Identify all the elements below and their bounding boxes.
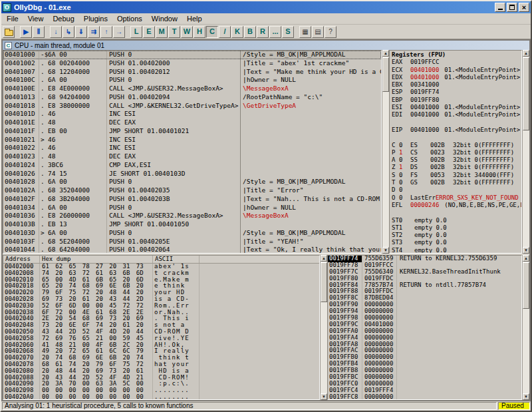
- stack-row[interactable]: 0019FFA400000000: [328, 335, 521, 341]
- register-line[interactable]: O0LastErrERROR_SXS_KEY_NOT_FOUND (000036…: [390, 194, 521, 202]
- stack-row[interactable]: 0019FFC000000000: [328, 381, 521, 387]
- register-line[interactable]: ECX0040100001.<ModuleEntryPoint>: [390, 67, 521, 74]
- register-line[interactable]: Z1DS002B32bit 0(FFFFFFFF): [390, 164, 521, 171]
- view-threads-button[interactable]: T: [168, 26, 180, 38]
- register-line[interactable]: ESI0040100001.<ModuleEntryPoint>: [390, 104, 521, 111]
- disasm-row[interactable]: 00401007.68 12204000PUSH 01.00402012|Tex…: [3, 68, 381, 77]
- maximize-button[interactable]: [507, 3, 517, 12]
- view-source-button[interactable]: S: [282, 26, 294, 38]
- dump-row[interactable]: 0040209020 3A 70 00 63 3A 5C 00 :p.c:\.: [3, 381, 319, 387]
- scroll-up-button[interactable]: ▲: [523, 50, 529, 57]
- stack-row[interactable]: 0019FFBC00000000: [328, 374, 521, 381]
- scroll-up-button[interactable]: ▲: [382, 50, 389, 57]
- stack-row[interactable]: 0019FF9400000000: [328, 308, 521, 315]
- stack-row[interactable]: 0019FFA000000000: [328, 328, 521, 335]
- register-line[interactable]: ST0empty 0.0: [390, 217, 521, 224]
- menu-item-file[interactable]: File: [2, 14, 23, 23]
- view-cpu-button[interactable]: C: [206, 26, 218, 38]
- disasm-row[interactable]: 00401036.E8 26000000CALL <JMP.&USER32.Me…: [3, 212, 381, 220]
- disasm-row[interactable]: 00401044.68 64204000PUSH 01.00402064|Tex…: [3, 246, 381, 254]
- register-line[interactable]: ST3empty 0.0: [390, 239, 521, 246]
- register-line[interactable]: [390, 134, 521, 141]
- dump-row[interactable]: 0040206041 48 21 00 4F 6B 2C 20AH!.Ok,: [3, 342, 319, 349]
- stack-row[interactable]: 0019FF9800000000: [328, 315, 521, 321]
- disassembly-pane[interactable]: 00401000-$6A 00PUSH 0/Style = MB_OK|MB_A…: [3, 50, 382, 254]
- register-line[interactable]: EDX0040100001.<ModuleEntryPoint>: [390, 74, 521, 81]
- dump-row[interactable]: 0040206849 20 72 65 61 6C 6C 79I really: [3, 348, 319, 355]
- dump-row[interactable]: 0040200061 62 65 78 27 20 31 73abex' 1s: [3, 264, 319, 270]
- dump-row[interactable]: 0040205872 69 76 65 21 00 59 45rive!.YE: [3, 335, 319, 342]
- scroll-up-button[interactable]: ▲: [523, 255, 529, 262]
- scroll-down-button[interactable]: ▼: [523, 393, 529, 400]
- register-line[interactable]: D0: [390, 186, 521, 194]
- disassembly-scrollbar[interactable]: ▲ ▼: [382, 50, 389, 254]
- help-button[interactable]: ?: [325, 26, 336, 38]
- stack-row[interactable]: 0019FF8C87DBED04: [328, 295, 521, 302]
- register-line[interactable]: EFL00000246(NO,NB,E,BE,NS,PE,GE,LE): [390, 202, 521, 209]
- stack-row[interactable]: 0019FFB000000000: [328, 354, 521, 361]
- scroll-thumb[interactable]: [382, 57, 389, 92]
- appearance-button[interactable]: ▤: [312, 26, 324, 38]
- view-handles-button[interactable]: H: [194, 26, 205, 38]
- cpu-window-icon[interactable]: C: [5, 42, 12, 49]
- dump-row[interactable]: 0040205043 44 2D 52 4F 4D 20 44CD-ROM D: [3, 329, 319, 335]
- animate-over-button[interactable]: ⇉: [88, 26, 100, 38]
- stack-row[interactable]: 0019FF780019FFCC: [328, 262, 521, 269]
- view-references-button[interactable]: R: [257, 26, 269, 38]
- disasm-row[interactable]: 0040101E.48DEC EAX: [3, 118, 381, 127]
- view-callstack-button[interactable]: K: [231, 26, 243, 38]
- disasm-row[interactable]: 00401002.68 00204000PUSH 01.00402000|Tit…: [3, 59, 381, 68]
- exec-till-user-button[interactable]: →: [113, 26, 125, 38]
- stack-row[interactable]: 0019FF9C00401000: [328, 321, 521, 328]
- stack-row[interactable]: 0019FFB800000000: [328, 367, 521, 374]
- run-button[interactable]: ▶: [20, 26, 32, 38]
- disasm-row[interactable]: 00401022.46INC ESI: [3, 144, 381, 152]
- dump-row[interactable]: 0040207020 74 68 69 6E 6B 20 74 think t: [3, 355, 319, 361]
- view-runtrace-button[interactable]: ...: [269, 26, 281, 38]
- dump-row[interactable]: 004020386F 72 00 4E 61 68 2E 2Eor.Nah..: [3, 309, 319, 316]
- view-executables-button[interactable]: E: [143, 26, 155, 38]
- dump-row[interactable]: 004020A000 00 00 00 00 00 00 00........: [3, 394, 319, 400]
- registers-pane[interactable]: Registers (FPU)EAX0019FFCCECX0040100001.…: [389, 50, 522, 254]
- stack-row[interactable]: 0019FF74755D6359RETURN to KERNEL32.755D6…: [328, 256, 521, 262]
- pause-button[interactable]: Ⅱ: [33, 26, 45, 38]
- step-over-button[interactable]: ↳: [63, 26, 74, 38]
- register-line[interactable]: C0ES002B32bit 0(FFFFFFFF): [390, 142, 521, 149]
- dump-row[interactable]: 0040208820 43 44 2D 52 4F 4D 21 CD-ROM!: [3, 375, 319, 381]
- stack-pane[interactable]: 0019FF74755D6359RETURN to KERNEL32.755D6…: [327, 255, 522, 400]
- open-button[interactable]: [3, 26, 15, 38]
- scroll-down-button[interactable]: ▼: [321, 393, 327, 400]
- registers-scrollbar[interactable]: ▲ ▼: [522, 50, 529, 254]
- view-windows-button[interactable]: W: [181, 26, 193, 38]
- dump-row[interactable]: 0040203052 6F 6D 00 00 45 72 72Rom..Err: [3, 303, 319, 309]
- menu-item-plugins[interactable]: Plugins: [79, 14, 112, 23]
- view-memory-button[interactable]: M: [156, 26, 168, 38]
- disasm-row[interactable]: 00401021>46INC ESI: [3, 136, 381, 144]
- menu-item-help[interactable]: Help: [182, 14, 207, 23]
- disasm-row[interactable]: 00401013.68 94204000PUSH 01.00402094/Roo…: [3, 93, 381, 102]
- disasm-row[interactable]: 0040101D.46INC ESI: [3, 110, 381, 118]
- disasm-row[interactable]: 00401000-$6A 00PUSH 0/Style = MB_OK|MB_A…: [3, 51, 381, 59]
- disasm-row[interactable]: 0040102F.68 3B204000PUSH 01.0040203B|Tex…: [3, 195, 381, 204]
- disasm-row[interactable]: 0040103F.68 5E204000PUSH 01.0040205E|Tit…: [3, 238, 381, 246]
- view-log-button[interactable]: L: [130, 26, 142, 38]
- dump-row[interactable]: 0040208020 48 44 20 69 73 20 61 HD is a: [3, 368, 319, 375]
- register-line[interactable]: S0FS005332bit 344000(FFF): [390, 172, 521, 179]
- dump-row[interactable]: 0040204873 20 6E 6F 74 20 61 20s not a: [3, 322, 319, 329]
- scroll-down-button[interactable]: ▼: [382, 247, 389, 254]
- stack-row[interactable]: 0019FFC40019FFF4: [328, 387, 521, 394]
- register-line[interactable]: ST1empty 0.0: [390, 224, 521, 232]
- disasm-row[interactable]: 00401018.E8 38000000CALL <JMP.&KERNEL32.…: [3, 102, 381, 110]
- register-line[interactable]: EIP0040100001.<ModuleEntryPoint>: [390, 126, 521, 134]
- register-line[interactable]: ST2empty 0.0: [390, 232, 521, 239]
- disasm-row[interactable]: 00401023.48DEC EAX: [3, 152, 381, 161]
- dump-row[interactable]: 0040201065 00 4D 61 6B 65 20 6De.Make m: [3, 277, 319, 284]
- view-breakpoints-button[interactable]: B: [244, 26, 256, 38]
- stack-row[interactable]: 0019FF880019FFDC: [328, 288, 521, 295]
- disasm-row[interactable]: 0040100C.6A 00PUSH 0|hOwner = NULL: [3, 76, 381, 85]
- stack-row[interactable]: 0019FFC800000000: [328, 394, 521, 400]
- disasm-row[interactable]: 00401026.74 15JE SHORT 01.0040103D: [3, 170, 381, 178]
- register-line[interactable]: EAX0019FFCC: [390, 59, 521, 66]
- stack-row[interactable]: 0019FF800019FFDC: [328, 276, 521, 282]
- register-line[interactable]: T0GS002B32bit 0(FFFFFFFF): [390, 179, 521, 186]
